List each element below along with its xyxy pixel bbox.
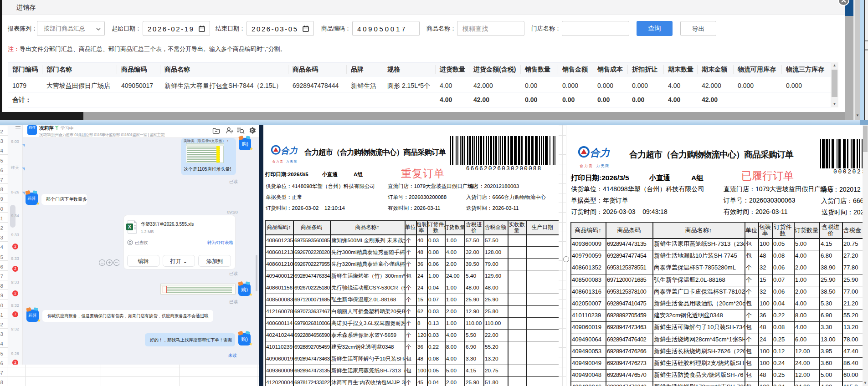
svg-text:合 力 贵: 合 力 贵 (272, 160, 283, 163)
svg-text:力 无 限: 力 无 限 (286, 160, 297, 163)
svg-text:力 无 限: 力 无 限 (596, 164, 609, 168)
svg-text:合力: 合力 (281, 146, 298, 156)
svg-text:合力: 合力 (590, 147, 610, 159)
svg-text:合 力 贵: 合 力 贵 (580, 164, 592, 168)
